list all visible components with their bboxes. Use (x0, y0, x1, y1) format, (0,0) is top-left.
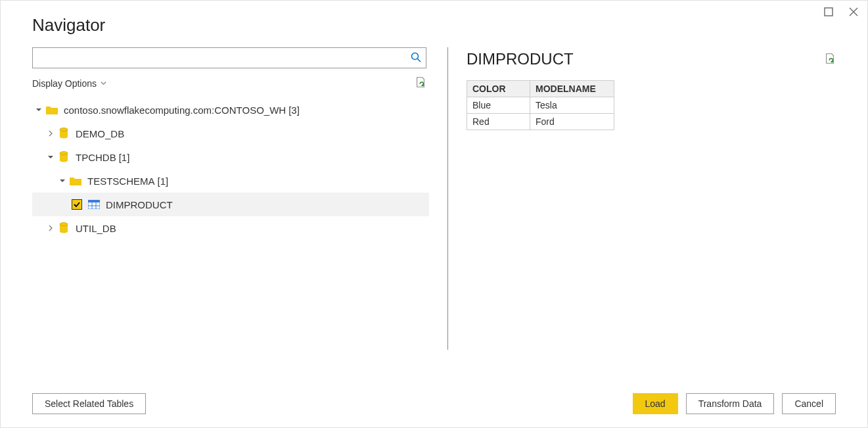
tree-count: [1] (119, 152, 130, 163)
close-icon[interactable] (849, 7, 858, 18)
expand-icon[interactable] (47, 130, 55, 137)
table-cell: Red (467, 114, 530, 130)
database-icon (57, 222, 70, 234)
collapse-icon[interactable] (35, 107, 43, 113)
tree-node-testschema[interactable]: TESTSCHEMA[1] (32, 169, 429, 193)
table-row[interactable]: Blue Tesla (467, 97, 614, 114)
svg-rect-0 (825, 8, 833, 16)
collapse-icon[interactable] (47, 154, 55, 160)
tree-node-tpchdb[interactable]: TPCHDB[1] (32, 145, 429, 169)
display-options-dropdown[interactable]: Display Options (32, 78, 106, 89)
tree-node-root[interactable]: contoso.snowflakecomputing.com:CONTOSO_W… (32, 98, 429, 122)
search-input[interactable] (32, 47, 426, 68)
checkbox-checked[interactable] (72, 199, 82, 210)
refresh-preview-icon[interactable] (824, 53, 836, 66)
tree-node-dimproduct[interactable]: DIMPRODUCT (32, 193, 429, 216)
folder-icon (45, 105, 58, 114)
tree-count: [3] (288, 105, 300, 116)
load-button[interactable]: Load (633, 393, 678, 414)
tree-label: UTIL_DB (76, 223, 116, 234)
tree-count: [1] (158, 176, 169, 187)
folder-icon (69, 176, 82, 185)
display-options-label: Display Options (32, 78, 97, 89)
tree-label: contoso.snowflakecomputing.com:CONTOSO_W… (64, 105, 286, 116)
tree-label: TPCHDB (76, 152, 116, 163)
tree-label: TESTSCHEMA (87, 176, 155, 187)
tree-label: DIMPRODUCT (106, 199, 173, 210)
table-row[interactable]: Red Ford (467, 114, 614, 130)
preview-title: DIMPRODUCT (467, 50, 574, 68)
column-header[interactable]: COLOR (467, 81, 530, 97)
collapse-icon[interactable] (58, 178, 66, 184)
transform-data-button[interactable]: Transform Data (686, 393, 775, 414)
svg-rect-7 (88, 200, 100, 202)
table-cell: Ford (530, 114, 614, 130)
database-icon (57, 151, 70, 163)
chevron-down-icon (101, 80, 106, 86)
refresh-tree-icon[interactable] (415, 76, 426, 90)
database-icon (57, 128, 70, 139)
preview-table: COLOR MODELNAME Blue Tesla Red Ford (467, 80, 614, 130)
expand-icon[interactable] (47, 225, 55, 231)
tree-node-demo-db[interactable]: DEMO_DB (32, 122, 429, 145)
search-icon[interactable] (411, 52, 421, 64)
page-title: Navigator (1, 1, 867, 47)
maximize-icon[interactable] (824, 7, 833, 18)
column-header[interactable]: MODELNAME (530, 81, 614, 97)
svg-point-1 (412, 53, 419, 60)
cancel-button[interactable]: Cancel (782, 393, 836, 414)
table-cell: Blue (467, 97, 530, 114)
tree-node-util-db[interactable]: UTIL_DB (32, 216, 429, 240)
table-icon (87, 200, 101, 209)
select-related-tables-button[interactable]: Select Related Tables (32, 393, 146, 414)
vertical-divider (447, 47, 448, 350)
tree-label: DEMO_DB (76, 128, 124, 139)
table-cell: Tesla (530, 97, 614, 114)
